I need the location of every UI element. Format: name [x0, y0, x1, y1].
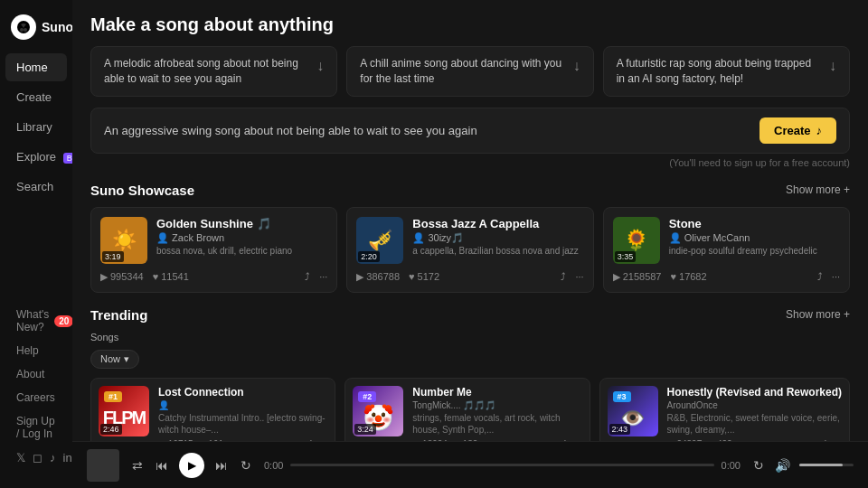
trending-info-2: Number Me TongMick.... 🎵🎵🎵 strings, fema…	[412, 386, 581, 441]
showcase-tags-2: a cappella, Brazilian bossa nova and jaz…	[412, 246, 583, 256]
trending-show-more[interactable]: Show more +	[786, 308, 850, 321]
share-stat-1: ⤴	[305, 271, 310, 282]
play-pause-button[interactable]: ▶	[179, 453, 204, 478]
prompt-card-1[interactable]: A melodic afrobeat song about not being …	[90, 46, 337, 97]
tiktok-icon[interactable]: ♪	[50, 451, 56, 465]
showcase-artist-3: 👤 Oliver McCann	[669, 232, 840, 244]
svg-point-1	[20, 28, 24, 32]
share-stat-3: ⤴	[817, 271, 823, 282]
sidebar-bottom: What's New? 20 Help About Careers Sign U…	[0, 296, 72, 477]
create-button[interactable]: Create ♪	[760, 117, 836, 144]
volume-bar[interactable]	[799, 464, 854, 466]
more-stat-2: ···	[575, 271, 583, 282]
sidebar-item-explore[interactable]: Explore BETA	[5, 143, 67, 171]
trending-stats-1: ▶ 16715 ♥ 161 ⤴ ···	[158, 439, 327, 441]
progress-bar[interactable]	[290, 464, 713, 466]
rank-badge-1: #1	[104, 391, 122, 402]
trending-artist-2: TongMick.... 🎵🎵🎵	[412, 400, 581, 410]
sidebar-item-create[interactable]: Create	[5, 83, 67, 111]
trending-title-3: Honestly (Revised and Reworked)	[667, 386, 842, 399]
showcase-grid: ☀️ 3:19 Golden Sunshine 🎵 👤 Zack Brown b…	[90, 207, 850, 293]
next-button[interactable]: ⏭	[213, 456, 230, 474]
showcase-thumb-1: ☀️ 3:19	[100, 217, 147, 264]
shuffle-button[interactable]: ⇄	[130, 456, 145, 474]
showcase-tags-3: indie-pop soulful dreamy psychedelic	[669, 246, 840, 256]
trending-stats-3: ▶ 24897 ♥ 422 ⤴ ···	[667, 439, 842, 441]
arrow-icon-3: ↓	[829, 58, 836, 74]
showcase-info-3: Stone 👤 Oliver McCann indie-pop soulful …	[669, 217, 840, 264]
player-thumbnail	[87, 449, 119, 482]
prompt-card-2[interactable]: A chill anime song about dancing with yo…	[346, 46, 593, 97]
trending-card-lost-connection[interactable]: #1 FLPM 2:46 Lost Connection 👤 Catchy In…	[90, 378, 335, 441]
arrow-icon-2: ↓	[573, 58, 580, 74]
showcase-header: Suno Showcase Show more +	[90, 183, 850, 198]
showcase-card-golden-sunshine[interactable]: ☀️ 3:19 Golden Sunshine 🎵 👤 Zack Brown b…	[90, 207, 337, 293]
showcase-thumb-3: 🌻 3:35	[613, 217, 660, 264]
music-note-icon: ♪	[816, 124, 823, 137]
signup-hint: (You'll need to sign up for a free accou…	[90, 157, 850, 168]
showcase-card-bossa-jazz[interactable]: 🎺 2:20 Bossa Jazz A Cappella 👤 30izy🎵 a …	[346, 207, 593, 293]
showcase-info-1: Golden Sunshine 🎵 👤 Zack Brown bossa nov…	[156, 217, 327, 264]
sidebar-item-home[interactable]: Home	[5, 53, 67, 81]
sidebar-item-help[interactable]: Help	[5, 339, 67, 362]
trending-desc-1: Catchy Instrumental Intro.. [electro swi…	[158, 412, 327, 436]
showcase-tags-1: bossa nova, uk drill, electric piano	[156, 246, 327, 256]
main-content: Make a song about anything A melodic afr…	[72, 0, 868, 441]
song-prompt-input[interactable]	[104, 124, 760, 137]
sidebar-item-signup[interactable]: Sign Up / Log In	[5, 409, 67, 446]
prompt-cards: A melodic afrobeat song about not being …	[90, 46, 850, 97]
page-title: Make a song about anything	[90, 14, 850, 35]
trending-title-2: Number Me	[412, 386, 581, 399]
discord-icon[interactable]: ◻	[33, 451, 42, 465]
trending-thumb-1: #1 FLPM 2:46	[99, 386, 149, 436]
more-stat-3: ···	[832, 271, 840, 282]
trending-title-1: Lost Connection	[158, 386, 327, 399]
trending-artist-3: AroundOnce	[667, 400, 842, 410]
rank-badge-3: #3	[613, 391, 631, 402]
sidebar-item-about[interactable]: About	[5, 362, 67, 386]
showcase-info-2: Bossa Jazz A Cappella 👤 30izy🎵 a cappell…	[412, 217, 583, 264]
play-stat-1: ▶ 995344	[100, 271, 144, 283]
trending-artist-1: 👤	[158, 400, 327, 410]
volume-icon[interactable]: 🔊	[773, 456, 792, 474]
trending-card-honestly[interactable]: #3 👁️ 2:43 Honestly (Revised and Reworke…	[599, 378, 850, 441]
rank-badge-2: #2	[358, 391, 376, 402]
more-stat-1: ···	[319, 271, 327, 282]
play-stat-3: ▶ 2158587	[613, 271, 662, 283]
whats-new-badge: 20	[54, 315, 73, 327]
loop-button[interactable]: ↻	[239, 456, 253, 474]
sidebar-item-library[interactable]: Library	[5, 113, 67, 141]
trending-duration-1: 2:46	[100, 424, 122, 435]
trending-filter[interactable]: Now ▾	[90, 350, 139, 369]
trending-thumb-2: #2 🤡 3:24	[353, 386, 403, 436]
linkedin-icon[interactable]: in	[63, 451, 72, 465]
twitter-icon[interactable]: 𝕏	[16, 451, 25, 465]
showcase-stats-3: ▶ 2158587 ♥ 17682 ⤴ ···	[613, 271, 840, 283]
showcase-title-1: Golden Sunshine 🎵	[156, 217, 327, 230]
like-stat-2: ♥ 5172	[409, 271, 439, 282]
svg-point-2	[24, 28, 27, 32]
trending-card-number-me[interactable]: #2 🤡 3:24 Number Me TongMick.... 🎵🎵🎵 str…	[344, 378, 590, 441]
loop-alt-button[interactable]: ↻	[751, 456, 766, 474]
showcase-title-2: Bossa Jazz A Cappella	[412, 217, 583, 230]
prev-button[interactable]: ⏮	[154, 456, 170, 474]
showcase-show-more[interactable]: Show more +	[786, 183, 850, 196]
duration-badge-1: 3:19	[102, 251, 124, 262]
showcase-card-stone[interactable]: 🌻 3:35 Stone 👤 Oliver McCann indie-pop s…	[603, 207, 850, 293]
social-icons: 𝕏 ◻ ♪ in	[5, 446, 67, 470]
arrow-icon-1: ↓	[316, 58, 324, 74]
player-bar: ⇄ ⏮ ▶ ⏭ ↻ 0:00 0:00 ↻ 🔊	[72, 441, 868, 488]
logo-icon	[11, 14, 36, 40]
showcase-artist-1: 👤 Zack Brown	[156, 232, 327, 244]
prompt-card-3[interactable]: A futuristic rap song about being trappe…	[603, 46, 850, 97]
total-time: 0:00	[722, 460, 741, 471]
whats-new-item[interactable]: What's New? 20	[5, 303, 67, 339]
current-time: 0:00	[264, 460, 283, 471]
logo-text: Suno	[42, 20, 73, 34]
showcase-title-3: Stone	[669, 217, 840, 230]
sidebar-item-careers[interactable]: Careers	[5, 386, 67, 409]
sidebar-item-search[interactable]: Search	[5, 173, 67, 201]
showcase-stats-2: ▶ 386788 ♥ 5172 ⤴ ···	[356, 271, 583, 283]
duration-badge-3: 3:35	[615, 251, 637, 262]
chevron-down-icon: ▾	[124, 353, 129, 365]
